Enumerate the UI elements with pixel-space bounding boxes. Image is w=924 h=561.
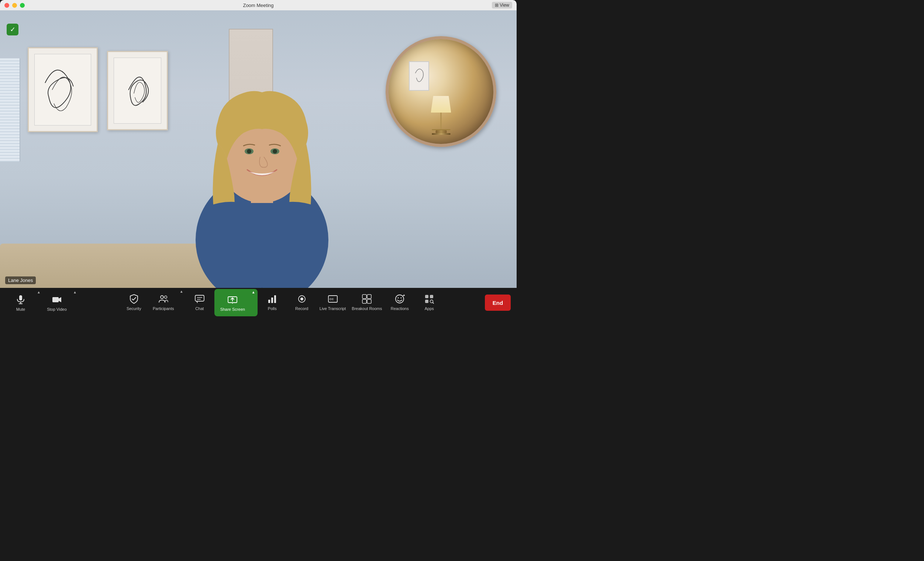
svg-rect-28 (367, 294, 371, 298)
video-area: ✓ Lane Jones (0, 10, 517, 288)
microphone-icon (15, 294, 26, 306)
polls-label: Polls (268, 306, 277, 311)
close-button[interactable] (4, 3, 9, 8)
stop-video-label: Stop Video (47, 307, 67, 312)
record-label: Record (295, 306, 308, 311)
titlebar: Zoom Meeting ⊞ View (0, 0, 517, 10)
toolbar-right: End (485, 294, 511, 311)
person-video (170, 48, 354, 288)
participants-button[interactable]: Participants (149, 289, 178, 315)
window-controls (4, 3, 25, 8)
svg-rect-8 (19, 295, 22, 300)
svg-rect-11 (52, 297, 58, 302)
window-title: Zoom Meeting (243, 3, 273, 8)
toolbar-center: Security Participants ▲ (78, 289, 485, 316)
participants-icon (158, 293, 169, 305)
mute-button[interactable]: Mute (6, 290, 35, 316)
svg-rect-21 (271, 297, 273, 303)
art-frame-2-inner (114, 58, 161, 124)
share-screen-icon (227, 294, 238, 306)
chat-label: Chat (195, 306, 204, 311)
room-background: ✓ Lane Jones (0, 10, 517, 288)
end-button[interactable]: End (485, 294, 511, 311)
window-blind (0, 58, 20, 162)
polls-icon (267, 293, 278, 305)
svg-point-13 (164, 296, 167, 298)
toolbar: Mute ▲ Stop Video ▲ (0, 288, 517, 317)
svg-point-34 (404, 294, 405, 296)
record-button[interactable]: Record (287, 289, 316, 315)
video-camera-icon (52, 294, 62, 306)
apps-label: Apps (425, 306, 434, 311)
mirror-lamp (431, 96, 451, 135)
window-frame (0, 58, 20, 162)
svg-point-33 (401, 297, 402, 298)
reactions-label: Reactions (391, 306, 409, 311)
share-screen-button-group: Share Screen ▲ (214, 289, 258, 316)
chat-button[interactable]: Chat (185, 289, 214, 315)
breakout-rooms-label: Breakout Rooms (352, 306, 382, 311)
view-button[interactable]: ⊞ View (492, 2, 512, 9)
share-inner: Share Screen ▲ (215, 290, 257, 316)
security-icon (129, 293, 139, 305)
participants-button-group: Participants ▲ (149, 289, 185, 316)
stop-video-button-group: Stop Video ▲ (42, 290, 78, 316)
svg-rect-36 (430, 295, 433, 298)
svg-rect-20 (268, 300, 270, 303)
svg-point-12 (160, 296, 164, 298)
security-button[interactable]: Security (119, 289, 149, 315)
live-transcript-icon: CC (328, 293, 338, 305)
mirror-frame (409, 61, 429, 91)
svg-rect-30 (367, 299, 371, 303)
reactions-icon (394, 293, 405, 305)
mute-button-group: Mute ▲ (6, 290, 42, 316)
apps-icon (424, 293, 434, 305)
record-icon (297, 293, 307, 305)
shield-badge: ✓ (7, 24, 18, 35)
svg-rect-27 (362, 294, 366, 298)
maximize-button[interactable] (20, 3, 25, 8)
toolbar-left: Mute ▲ Stop Video ▲ (6, 290, 78, 316)
svg-point-6 (273, 149, 277, 153)
svg-rect-14 (195, 295, 204, 301)
svg-point-24 (300, 297, 303, 300)
mute-label: Mute (16, 307, 25, 312)
svg-rect-29 (362, 299, 366, 303)
art-frame-1 (28, 47, 98, 132)
svg-text:CC: CC (330, 297, 334, 301)
svg-rect-35 (425, 295, 428, 298)
apps-button[interactable]: Apps (414, 289, 444, 315)
participants-label: Participants (153, 306, 174, 311)
breakout-rooms-icon (362, 293, 372, 305)
art-frame-2 (107, 51, 168, 130)
live-transcript-button[interactable]: CC Live Transcript (316, 289, 349, 315)
polls-button[interactable]: Polls (258, 289, 287, 315)
svg-line-39 (433, 303, 434, 304)
chat-icon (195, 293, 205, 305)
minimize-button[interactable] (12, 3, 17, 8)
participant-name-label: Lane Jones (5, 276, 36, 284)
svg-point-32 (398, 297, 399, 298)
art-frame-1-inner (34, 54, 91, 126)
svg-rect-22 (274, 295, 276, 303)
svg-point-5 (247, 149, 251, 153)
share-screen-label: Share Screen (220, 307, 245, 312)
mirror (386, 36, 496, 147)
security-label: Security (127, 306, 141, 311)
breakout-rooms-button[interactable]: Breakout Rooms (349, 289, 385, 315)
reactions-button[interactable]: Reactions (385, 289, 414, 315)
live-transcript-label: Live Transcript (320, 306, 346, 311)
svg-rect-37 (425, 300, 428, 303)
share-screen-button[interactable]: Share Screen (215, 290, 250, 316)
stop-video-button[interactable]: Stop Video (42, 290, 72, 316)
